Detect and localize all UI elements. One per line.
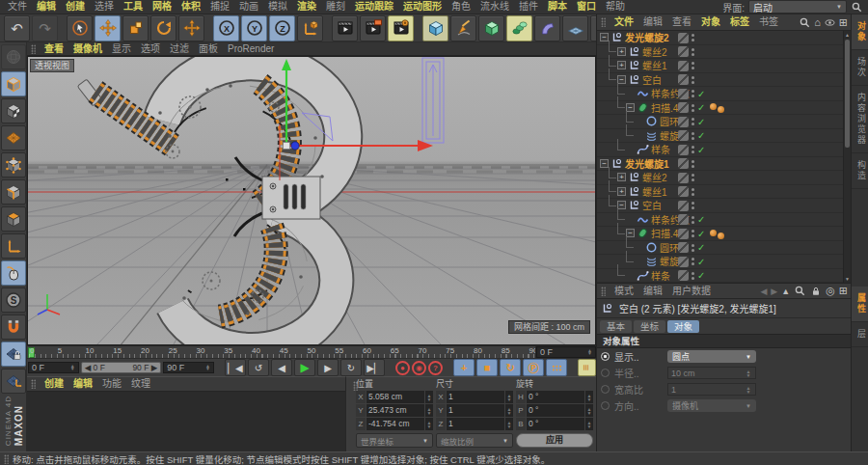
magnet-button[interactable] xyxy=(1,315,26,340)
object-name[interactable]: 螺旋 xyxy=(660,128,679,143)
visibility-toggle[interactable] xyxy=(678,117,689,127)
visibility-toggle[interactable] xyxy=(678,61,689,71)
coord-value-input[interactable]: 1 xyxy=(447,391,504,403)
expand-toggle[interactable]: + xyxy=(617,61,626,69)
stepper-arrows-icon[interactable]: ▲▼ xyxy=(425,404,433,417)
enable-checkmark[interactable]: ✓ xyxy=(697,229,707,239)
editor-render-dots[interactable] xyxy=(692,258,694,265)
viewport[interactable]: 透视视图 网格间距 : 100 cm xyxy=(27,56,596,345)
record-parameter-button[interactable]: Ⓟ xyxy=(523,359,544,376)
search-icon[interactable] xyxy=(851,1,863,14)
editor-render-dots[interactable] xyxy=(692,230,694,237)
interface-select[interactable]: 启动▼ xyxy=(748,0,847,14)
enable-checkmark[interactable]: ✓ xyxy=(697,130,707,141)
workplane-axis-button[interactable] xyxy=(1,369,26,394)
view-label[interactable]: 透视视图 xyxy=(30,59,74,72)
record-keyframe-button[interactable]: ● xyxy=(395,361,410,375)
attribute-menu-edit[interactable]: 编辑 xyxy=(638,285,667,298)
tree-row-5[interactable]: −扫描.4✓ xyxy=(597,101,844,116)
undo-button[interactable]: ↶ xyxy=(4,15,30,41)
material-tag-icon[interactable] xyxy=(710,103,717,110)
visibility-toggle[interactable] xyxy=(678,186,689,197)
coord-value-input[interactable]: 1 xyxy=(447,404,504,417)
render-settings-button[interactable] xyxy=(388,15,414,41)
coord-value-input[interactable]: 5.058 cm xyxy=(366,391,424,403)
material-tag-icon[interactable] xyxy=(718,106,724,113)
property-dropdown[interactable]: 摄像机▼ xyxy=(667,399,756,412)
new-panel-icon[interactable]: ⊞ xyxy=(839,285,848,297)
menu-volume[interactable]: 体积 xyxy=(176,0,205,14)
editor-render-dots[interactable] xyxy=(692,188,694,196)
render-picture-viewer-button[interactable] xyxy=(360,15,386,41)
stepper-arrows-icon[interactable]: ▲▼ xyxy=(585,418,593,430)
menu-pipeline[interactable]: 流水线 xyxy=(475,0,514,14)
object-name[interactable]: 螺旋 xyxy=(660,254,679,268)
menu-mesh[interactable]: 网格 xyxy=(148,0,176,14)
menu-window[interactable]: 窗口 xyxy=(572,0,601,14)
property-stepper[interactable]: 10 cm▲▼ xyxy=(667,367,756,379)
expand-toggle[interactable]: − xyxy=(600,33,609,41)
expand-toggle[interactable]: − xyxy=(600,159,609,168)
editor-render-dots[interactable] xyxy=(692,104,694,112)
timeline-ruler[interactable]: 051015202530354045505560657075808590 xyxy=(27,346,536,358)
search-icon[interactable] xyxy=(799,16,811,29)
tree-row-6[interactable]: −圆环✓ xyxy=(597,115,844,129)
object-name[interactable]: 样条 xyxy=(651,142,670,156)
stepper-arrows-icon[interactable]: ▲▼ xyxy=(585,391,593,403)
tree-row-0[interactable]: −发光螺旋2 xyxy=(597,31,844,45)
coord-value-input[interactable]: 0 ° xyxy=(527,418,584,430)
model-mode-button[interactable] xyxy=(1,71,26,96)
menu-animate[interactable]: 动画 xyxy=(234,0,263,14)
menu-snap[interactable]: 捕捉 xyxy=(205,0,234,14)
tree-row-8[interactable]: −样条✓ xyxy=(597,143,844,157)
menu-select[interactable]: 选择 xyxy=(90,0,119,14)
tree-row-9[interactable]: −发光螺旋1 xyxy=(597,157,844,172)
visibility-toggle[interactable] xyxy=(678,257,689,267)
animation-dot-icon[interactable] xyxy=(601,369,610,377)
tree-row-3[interactable]: −空白 xyxy=(597,73,844,88)
scrollbar-thumb[interactable] xyxy=(845,40,850,148)
object-name[interactable]: 样条 xyxy=(651,268,670,283)
expand-toggle[interactable]: + xyxy=(617,173,626,181)
stepper-arrows-icon[interactable]: ▲▼ xyxy=(425,391,433,403)
material-list[interactable] xyxy=(27,392,345,452)
enable-checkmark[interactable]: ✓ xyxy=(697,257,707,267)
material-menu-create[interactable]: 创建 xyxy=(40,377,68,391)
tree-row-1[interactable]: +螺丝2 xyxy=(597,45,844,60)
material-menu-function[interactable]: 功能 xyxy=(97,377,126,391)
object-name[interactable]: 空白 xyxy=(642,72,662,87)
menu-script[interactable]: 脚本 xyxy=(543,0,572,14)
menu-edit[interactable]: 编辑 xyxy=(32,0,61,14)
stepper-arrows-icon[interactable]: ▲▼ xyxy=(505,391,513,403)
viewport-menu-cameras[interactable]: 摄像机 xyxy=(68,42,107,56)
enable-checkmark[interactable]: ✓ xyxy=(697,145,707,155)
visibility-toggle[interactable] xyxy=(678,214,689,225)
menu-tools[interactable]: 工具 xyxy=(119,0,148,14)
menu-plugins[interactable]: 插件 xyxy=(514,0,543,14)
panel-grip[interactable] xyxy=(31,379,36,389)
menu-motion-tracker[interactable]: 运动跟踪 xyxy=(350,0,398,14)
frame-spinner[interactable]: 0 F▲▼ xyxy=(536,346,596,358)
z-axis-lock-button[interactable]: Z xyxy=(269,15,295,41)
object-name[interactable]: 螺丝1 xyxy=(642,184,667,199)
visibility-toggle[interactable] xyxy=(678,158,689,169)
workplane-mode-button[interactable] xyxy=(1,125,26,150)
enable-checkmark[interactable]: ✓ xyxy=(697,214,707,225)
last-tool-button[interactable] xyxy=(178,15,204,41)
editor-render-dots[interactable] xyxy=(692,132,694,140)
tab-coord[interactable]: 坐标 xyxy=(634,320,665,333)
lock-icon[interactable] xyxy=(810,286,822,297)
object-name[interactable]: 螺丝2 xyxy=(642,170,667,184)
editor-render-dots[interactable] xyxy=(692,62,694,69)
animation-dot-icon[interactable] xyxy=(601,401,610,410)
record-scale-button[interactable]: ■ xyxy=(476,359,498,376)
tab-object[interactable]: 对象 xyxy=(667,320,699,333)
apply-button[interactable]: 应用 xyxy=(516,433,593,448)
x-axis-lock-button[interactable]: X xyxy=(213,15,239,41)
goto-start-button[interactable]: ▏◀ xyxy=(225,359,246,376)
coordinate-system-button[interactable] xyxy=(297,15,323,41)
tab-structure[interactable]: 构造 xyxy=(852,153,868,189)
tree-row-2[interactable]: +螺丝1 xyxy=(597,59,844,73)
menu-sculpt[interactable]: 雕刻 xyxy=(321,0,350,14)
menu-file[interactable]: 文件 xyxy=(3,0,32,14)
